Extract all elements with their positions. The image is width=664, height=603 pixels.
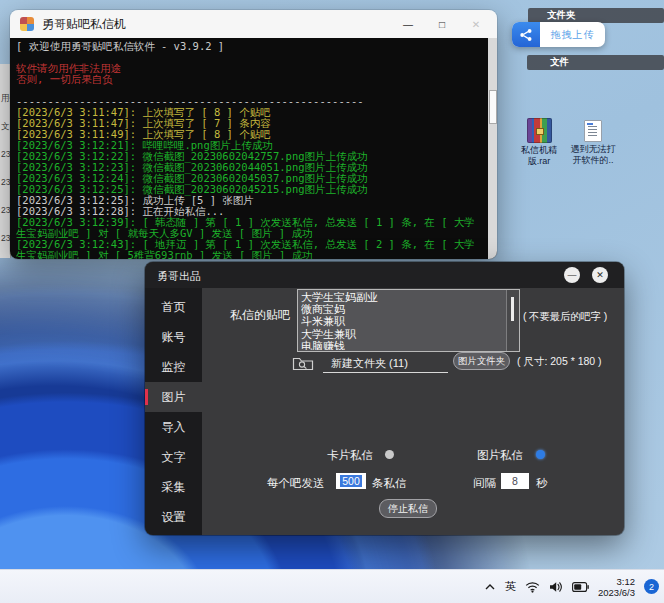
stop-messaging-button[interactable]: 停止私信 [379, 499, 437, 518]
sidebar-item-label: 图片 [162, 389, 186, 406]
interval-unit: 秒 [536, 476, 548, 491]
wifi-icon[interactable] [525, 581, 540, 593]
console-app-icon [20, 17, 34, 31]
console-window: 勇哥贴吧私信机 — □ ✕ [ 欢迎使用勇哥贴吧私信软件 - v3.9.2 ]软… [10, 10, 497, 259]
sidebar-item[interactable]: 文字 [145, 442, 202, 472]
winrar-archive-icon [527, 118, 552, 143]
interval-input[interactable]: 8 [501, 473, 529, 489]
card-mode-label: 卡片私信 [327, 448, 373, 463]
desktop: 用数文日23/23/23/23/ 勇哥贴吧私信机 — □ ✕ [ 欢迎使用勇哥贴… [0, 0, 664, 603]
file-section-bar: 文件 [527, 55, 664, 70]
sidebar-item[interactable]: 设置 [145, 502, 202, 532]
desktop-icon-label: 遇到无法打 开软件的.. [568, 144, 618, 165]
card-mode-radio[interactable] [385, 450, 394, 459]
background-text-fragment: 23/ [1, 234, 10, 243]
sidebar-item-label: 账号 [162, 329, 186, 346]
interval-value: 8 [512, 475, 518, 487]
clock-date: 2023/6/3 [598, 587, 635, 598]
console-window-controls: — □ ✕ [391, 10, 497, 38]
battery-icon[interactable] [572, 582, 589, 592]
console-line: 否则, 一切后果自负 [16, 74, 483, 85]
tieba-list-label: 私信的贴吧 [230, 307, 290, 324]
image-mode-label: 图片私信 [477, 448, 523, 463]
send-count-input[interactable]: 500 [336, 473, 366, 489]
sidebar-item-label: 导入 [162, 419, 186, 436]
send-count-value: 500 [340, 475, 362, 487]
text-file-icon [584, 120, 602, 142]
image-size-hint: ( 尺寸: 205 * 180 ) [517, 355, 602, 369]
app-window: 勇哥出品 — ✕ 首页 账号 监控 图片 导入 文字 采集 [145, 262, 624, 535]
list-item[interactable]: 大学生宝妈副业 [301, 291, 505, 303]
notification-badge[interactable]: 2 [644, 579, 659, 594]
browse-folder-icon[interactable] [292, 355, 314, 371]
console-title: 勇哥贴吧私信机 [42, 16, 126, 33]
taskbar-clock[interactable]: 3:12 2023/6/3 [598, 576, 635, 598]
console-line: [ 欢迎使用勇哥贴吧私信软件 - v3.9.2 ] [16, 41, 483, 52]
sidebar-item-label: 设置 [162, 509, 186, 526]
list-item[interactable]: 斗米兼职 [301, 315, 505, 327]
sidebar-item[interactable]: 监控 [145, 352, 202, 382]
interval-label: 间隔 [473, 476, 496, 491]
image-folder-button[interactable]: 图片文件夹 [453, 352, 510, 370]
sidebar-item[interactable]: 首页 [145, 292, 202, 322]
close-button[interactable]: ✕ [592, 267, 608, 283]
desktop-icon-textfile[interactable]: 遇到无法打 开软件的.. [568, 120, 618, 165]
image-folder-field[interactable]: 新建文件夹 (11) [331, 356, 408, 371]
upload-icon-box [512, 22, 540, 47]
ime-indicator[interactable]: 英 [505, 579, 516, 594]
background-text-fragment: 用数 [1, 94, 10, 103]
list-item[interactable]: 微商宝妈 [301, 303, 505, 315]
console-scrollbar-thumb[interactable] [489, 90, 497, 124]
speaker-icon[interactable] [549, 581, 563, 593]
sidebar-item[interactable]: 账号 [145, 322, 202, 352]
sidebar-item-label: 监控 [162, 359, 186, 376]
system-tray: 英 [484, 570, 659, 603]
taskbar: 英 [0, 569, 664, 603]
console-line: [2023/6/3 3:12:39]: [ 韩态随 ] 第 [ 1 ] 次发送私… [16, 217, 483, 239]
app-title: 勇哥出品 [157, 269, 201, 284]
sidebar-item[interactable]: 采集 [145, 472, 202, 502]
close-button[interactable]: ✕ [459, 10, 493, 38]
background-text-fragment: 23/ [1, 206, 10, 215]
listbox-scrollbar[interactable] [506, 290, 519, 351]
listbox-scrollbar-thumb[interactable] [511, 297, 514, 321]
upload-button-label: 拖拽上传 [540, 22, 605, 47]
desktop-icon-rar[interactable]: 私信机精 版.rar [514, 118, 564, 166]
image-mode-radio[interactable] [536, 450, 545, 459]
sidebar-item[interactable]: 图片 [145, 382, 202, 412]
send-count-suffix: 条私信 [372, 476, 407, 491]
tieba-hint: ( 不要最后的吧字 ) [523, 310, 607, 324]
list-item[interactable]: 电脑赚钱 [301, 340, 505, 350]
sidebar-item-label: 采集 [162, 479, 186, 496]
folder-section-label: 文件夹 [547, 9, 576, 22]
folder-section-bar: 文件夹 [528, 8, 664, 23]
app-sidebar: 首页 账号 监控 图片 导入 文字 采集 设置 [145, 288, 202, 535]
console-output: [ 欢迎使用勇哥贴吧私信软件 - v3.9.2 ]软件请勿用作非法用途否则, 一… [10, 38, 497, 259]
background-text-fragment: 23/ [1, 150, 10, 159]
list-item[interactable]: 大学生兼职 [301, 328, 505, 340]
minimize-button[interactable]: — [391, 10, 425, 38]
maximize-button[interactable]: □ [425, 10, 459, 38]
send-count-prefix: 每个吧发送 [267, 476, 325, 491]
console-scrollbar[interactable] [488, 38, 497, 259]
desktop-icon-label: 私信机精 版.rar [514, 145, 564, 166]
sidebar-item-label: 首页 [162, 299, 186, 316]
tray-chevron-icon[interactable] [484, 583, 496, 591]
file-section-label: 文件 [550, 56, 569, 69]
clock-time: 3:12 [598, 576, 635, 587]
share-icon [519, 28, 533, 42]
image-folder-underline [323, 372, 448, 373]
console-titlebar[interactable]: 勇哥贴吧私信机 — □ ✕ [10, 10, 497, 38]
app-titlebar[interactable]: 勇哥出品 — ✕ [145, 262, 624, 288]
sidebar-item-label: 文字 [162, 449, 186, 466]
local-upload-button[interactable]: 拖拽上传 [512, 22, 605, 47]
background-text-fragment: 文日 [1, 122, 10, 131]
sidebar-item[interactable]: 导入 [145, 412, 202, 442]
tieba-listbox[interactable]: 大学生宝妈副业微商宝妈斗米兼职大学生兼职电脑赚钱 [297, 289, 520, 352]
background-text-fragment: 23/ [1, 178, 10, 187]
console-line: [2023/6/3 3:12:43]: [ 地拜迈 ] 第 [ 1 ] 次发送私… [16, 239, 483, 259]
minimize-button[interactable]: — [564, 267, 580, 283]
